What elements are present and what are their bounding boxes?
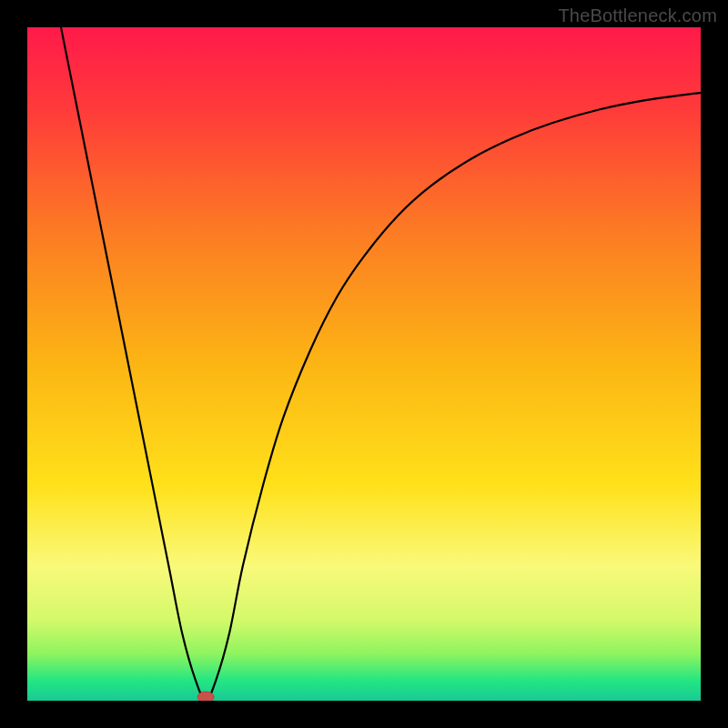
plot-area [27, 27, 701, 701]
chart-curve-layer [27, 27, 701, 701]
chart-frame: TheBottleneck.com [0, 0, 728, 728]
watermark-label: TheBottleneck.com [558, 5, 717, 26]
optimal-point-marker [197, 692, 214, 701]
bottleneck-curve [61, 27, 701, 701]
